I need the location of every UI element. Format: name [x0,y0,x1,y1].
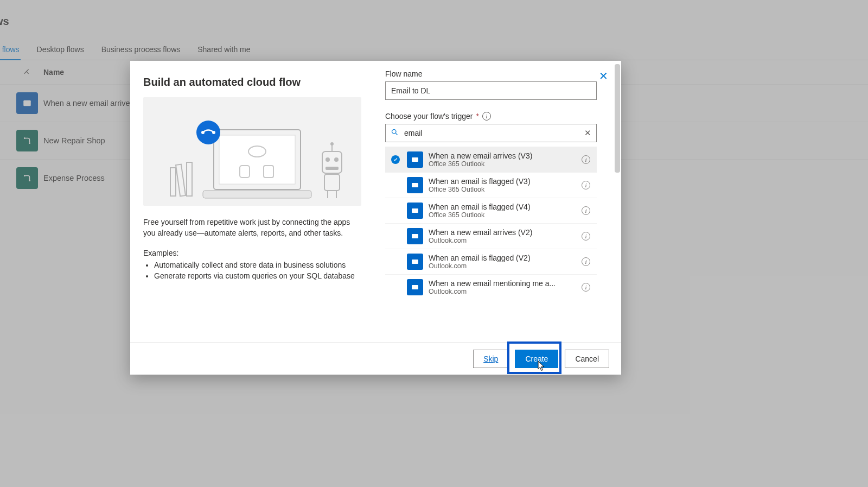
svg-point-13 [212,131,215,134]
trigger-title: When a new email arrives (V2) [429,228,575,237]
info-icon[interactable]: i [582,155,590,164]
trigger-item[interactable]: When a new email mentioning me a... Outl… [385,274,597,300]
svg-rect-28 [412,157,418,162]
trigger-item[interactable]: When an email is flagged (V4) Office 365… [385,198,597,223]
modal-title: Build an automated cloud flow [143,76,360,88]
trigger-search-input[interactable] [385,124,597,142]
svg-rect-29 [412,183,418,187]
modal-right-panel: ✕ Flow name Choose your flow's trigger *… [373,61,621,342]
trigger-connector: Office 365 Outlook [429,160,575,168]
examples-heading: Examples: [143,249,360,257]
outlook-connector-icon [407,151,423,168]
svg-point-18 [326,157,330,162]
svg-rect-23 [324,174,340,191]
example-item: Generate reports via custom queries on y… [154,270,360,281]
scrollbar[interactable] [615,64,620,173]
cancel-button[interactable]: Cancel [565,350,609,368]
outlook-connector-icon [407,203,423,219]
svg-rect-14 [170,168,176,196]
outlook-connector-icon [407,254,423,270]
trigger-item[interactable]: When an email is flagged (V3) Office 365… [385,172,597,198]
example-item: Automatically collect and store data in … [154,260,360,270]
examples-list: Automatically collect and store data in … [143,260,360,282]
info-icon[interactable]: i [582,181,590,189]
modal-footer: Skip Create Cancel [130,342,621,375]
required-asterisk: * [476,112,478,121]
trigger-connector: Outlook.com [429,262,575,270]
svg-rect-31 [412,234,418,238]
build-flow-modal: Build an automated cloud flow [130,61,621,375]
trigger-connector: Outlook.com [429,237,575,244]
trigger-title: When an email is flagged (V4) [429,203,575,211]
trigger-connector: Office 365 Outlook [429,186,575,193]
svg-rect-6 [219,135,295,184]
search-icon [391,128,399,138]
close-icon[interactable]: ✕ [599,71,608,81]
info-icon[interactable]: i [482,112,491,121]
skip-button[interactable]: Skip [473,350,508,368]
info-icon[interactable]: i [582,232,590,241]
svg-rect-30 [412,208,418,213]
outlook-connector-icon [407,279,423,295]
svg-rect-16 [187,162,192,196]
modal-left-panel: Build an automated cloud flow [130,61,373,342]
trigger-item[interactable]: When a new email arrives (V3) Office 365… [385,147,597,172]
flow-name-input[interactable] [385,81,597,100]
svg-point-19 [334,157,339,162]
create-button[interactable]: Create [515,350,558,368]
svg-rect-32 [412,260,418,264]
modal-description: Free yourself from repetitive work just … [143,217,360,239]
svg-rect-33 [412,285,418,289]
svg-point-12 [201,131,205,134]
svg-point-26 [392,130,397,134]
info-icon[interactable]: i [582,283,590,292]
trigger-label: Choose your flow's trigger * i [385,112,609,121]
trigger-title: When a new email arrives (V3) [429,151,575,160]
trigger-connector: Office 365 Outlook [429,211,575,219]
clear-icon[interactable]: ✕ [584,128,591,138]
info-icon[interactable]: i [582,257,590,266]
trigger-connector: Outlook.com [429,288,575,295]
trigger-item[interactable]: When an email is flagged (V2) Outlook.co… [385,249,597,274]
illustration [143,97,361,206]
trigger-title: When a new email mentioning me a... [429,279,575,288]
checkmark-icon [391,155,400,164]
svg-rect-7 [203,191,311,198]
svg-point-11 [196,121,220,144]
flow-name-label: Flow name [385,69,609,78]
trigger-title: When an email is flagged (V3) [429,177,575,186]
outlook-connector-icon [407,228,423,244]
trigger-list: When a new email arrives (V3) Office 365… [385,147,597,342]
outlook-connector-icon [407,177,423,193]
svg-point-22 [330,142,334,146]
trigger-title: When an email is flagged (V2) [429,254,575,262]
svg-rect-15 [176,165,186,197]
trigger-item[interactable]: When a new email arrives (V2) Outlook.co… [385,223,597,249]
info-icon[interactable]: i [582,206,590,215]
svg-line-27 [395,133,397,135]
svg-rect-20 [326,167,339,170]
